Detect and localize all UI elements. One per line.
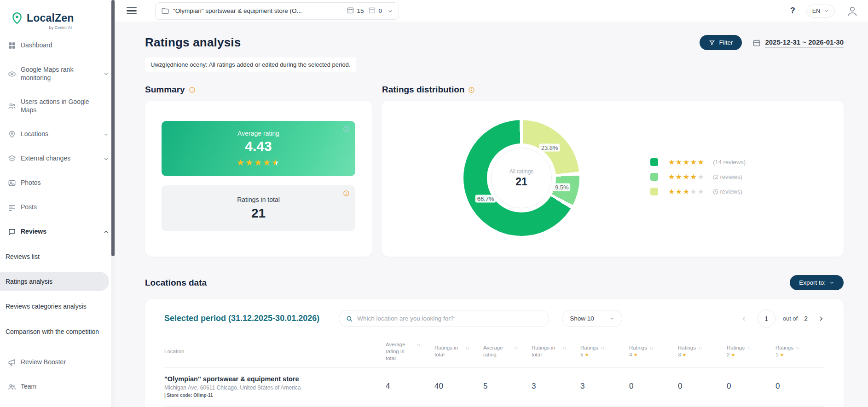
column-header-ratings-in-total-period[interactable]: Ratings in total ↑↓ (532, 344, 580, 358)
legend-item-3-stars: ★★★★★ (5 reviews) (650, 186, 746, 196)
column-header-ratings-5[interactable]: Ratings5★ ↑↓ (580, 344, 629, 358)
star-icon: ★ (683, 158, 690, 166)
sidebar-subitem-reviews-categories-analysis[interactable]: Reviews categories analysis (0, 297, 115, 316)
table-row[interactable]: "Olympian" sportswear & equipment store … (164, 368, 824, 407)
storefront-icon (368, 7, 376, 15)
sort-icon[interactable]: ↑↓ (562, 345, 566, 350)
star-icon: ★ (690, 158, 698, 166)
chevron-down-icon (388, 8, 393, 14)
layers-icon (8, 155, 16, 163)
sidebar-item-users-actions[interactable]: Users actions in Google Maps (0, 93, 115, 119)
sidebar-item-review-booster[interactable]: Review Booster (0, 353, 115, 372)
show-per-page-select[interactable]: Show 10 (562, 310, 622, 327)
sidebar-scrollbar-track[interactable] (111, 0, 115, 407)
info-icon[interactable] (343, 126, 350, 132)
sidebar-item-reviews[interactable]: Reviews (0, 223, 115, 241)
sort-icon[interactable]: ↑↓ (747, 345, 751, 350)
sidebar-item-locations[interactable]: Locations (0, 125, 115, 143)
column-header-average-rating-in-total[interactable]: Average rating in total ↑↓ (386, 341, 434, 362)
info-icon[interactable] (343, 190, 350, 197)
location-store-code: | Store code: Olimp-11 (164, 393, 376, 398)
sidebar-item-google-maps-rank-monitoring[interactable]: Google Maps rank monitoring (0, 61, 115, 87)
column-header-ratings-1[interactable]: Ratings1★ ↑↓ (775, 344, 824, 358)
current-page-button[interactable]: 1 (758, 310, 775, 327)
chevron-down-icon (104, 132, 109, 137)
store-selector[interactable]: "Olympian" sportswear & equipment store … (155, 2, 399, 20)
help-button[interactable]: ? (790, 6, 795, 16)
locations-data-heading: Locations data (145, 278, 207, 288)
star-icon: ★ (697, 172, 705, 181)
page-title: Ratings analysis (145, 35, 241, 50)
donut-center-value: 21 (515, 176, 527, 188)
sidebar-subitem-comparison-with-competition[interactable]: Comparison with the competition (0, 322, 115, 341)
sidebar-subitem-ratings-analysis[interactable]: Ratings analysis (0, 272, 109, 291)
location-address: Michigan Ave, 60611 Chicago, United Stat… (164, 384, 376, 391)
store-count-inactive: 0 (368, 7, 382, 15)
location-search-input[interactable] (357, 315, 542, 322)
cell-average-rating: 5 (483, 375, 532, 398)
avatar[interactable] (846, 5, 859, 17)
locations-table-card: Selected period (31.12.2025-30.01.2026) … (145, 299, 844, 407)
location-search[interactable] (339, 310, 549, 327)
reviews-icon (8, 228, 16, 236)
filter-button[interactable]: Filter (700, 35, 742, 50)
sidebar-item-dashboard[interactable]: Dashboard (0, 36, 115, 55)
sidebar-item-posts[interactable]: Posts (0, 198, 115, 217)
cell-ratings-2: 0 (727, 375, 775, 398)
next-page-button[interactable] (818, 315, 824, 322)
language-selector[interactable]: EN (806, 5, 835, 17)
star-icon: ★ (584, 352, 589, 357)
sort-icon[interactable]: ↑↓ (514, 345, 518, 350)
sidebar-scrollbar-thumb[interactable] (111, 0, 115, 256)
pagination-total: 2 (804, 315, 808, 322)
cell-ratings-1: 0 (775, 375, 824, 398)
folder-icon (161, 7, 169, 15)
star-icon: ★ (682, 352, 686, 357)
hamburger-menu-button[interactable] (127, 7, 137, 14)
star-icon: ★ (676, 172, 683, 181)
column-header-ratings-in-total[interactable]: Ratings in total ↑↓ (434, 344, 483, 358)
location-name: "Olympian" sportswear & equipment store (164, 375, 376, 383)
distribution-section: Ratings distribution All ratings 21 23.8… (382, 85, 844, 257)
column-header-average-rating[interactable]: Average rating ↑↓ (483, 344, 532, 358)
search-icon (346, 315, 353, 322)
sidebar-item-team[interactable]: Team (0, 378, 115, 396)
legend-stars: ★★★★★ (668, 187, 705, 196)
star-icon: ★ (254, 157, 263, 168)
column-header-ratings-4[interactable]: Ratings4★ ↑↓ (629, 344, 678, 358)
cell-ratings-in-total-period: 3 (532, 375, 580, 398)
storefront-icon (347, 7, 354, 15)
star-icon: ★ (697, 158, 705, 166)
donut-percent-label: 9.5% (553, 183, 571, 191)
info-icon[interactable] (468, 86, 475, 93)
sort-icon[interactable]: ↑↓ (649, 345, 653, 350)
column-header-ratings-3[interactable]: Ratings3★ ↑↓ (678, 344, 727, 358)
cell-ratings-4: 0 (629, 375, 678, 398)
sort-icon[interactable]: ↑↓ (465, 345, 469, 350)
sort-icon[interactable]: ↑↓ (601, 345, 604, 350)
info-icon[interactable] (189, 86, 196, 93)
ratings-total-label: Ratings in total (237, 196, 280, 203)
distribution-card: All ratings 21 23.8%9.5%66.7% ★★★★★ (14 … (382, 101, 844, 257)
legend-swatch (650, 158, 658, 166)
sort-icon[interactable]: ↑↓ (796, 345, 799, 350)
calendar-icon (752, 38, 761, 47)
export-button[interactable]: Export to: (790, 275, 844, 290)
column-header-ratings-2[interactable]: Ratings2★ ↑↓ (727, 344, 775, 358)
sort-icon[interactable]: ↑↓ (417, 342, 420, 347)
chevron-down-icon (829, 280, 834, 285)
users-icon (8, 102, 16, 110)
chevron-down-icon (609, 316, 614, 321)
sort-icon[interactable]: ↑↓ (698, 345, 702, 350)
legend-swatch (650, 173, 658, 181)
star-icon: ★ (633, 352, 637, 357)
sidebar-item-photos[interactable]: Photos (0, 174, 115, 192)
date-range-text: 2025-12-31 ~ 2026-01-30 (765, 38, 844, 47)
chart-legend: ★★★★★ (14 reviews) ★★★★★ (2 reviews) ★★★… (650, 157, 746, 196)
sidebar-subitem-reviews-list[interactable]: Reviews list (0, 247, 115, 266)
previous-page-button[interactable] (741, 315, 747, 322)
ratings-total-card: Ratings in total 21 (162, 185, 355, 231)
date-range-picker[interactable]: 2025-12-31 ~ 2026-01-30 (752, 38, 844, 47)
localzen-pin-icon (11, 12, 23, 24)
sidebar-item-external-changes[interactable]: External changes (0, 149, 115, 168)
